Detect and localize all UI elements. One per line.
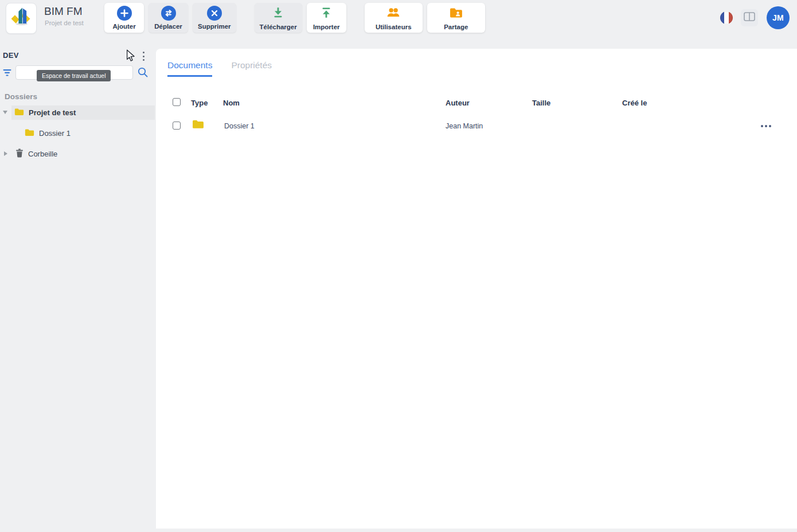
- delete-button-label: Supprimer: [198, 23, 231, 30]
- users-button-label: Utilisateurs: [376, 24, 412, 30]
- app-logo: [6, 3, 37, 34]
- column-header-auteur[interactable]: Auteur: [446, 99, 470, 107]
- plus-circle-icon: [117, 6, 132, 21]
- folder-tree: Projet de test Dossier 1: [0, 105, 156, 167]
- bim-fm-logo-icon: [9, 5, 34, 32]
- tab-bar: Documents Propriétés: [167, 60, 272, 77]
- download-button[interactable]: Télécharger: [255, 3, 302, 33]
- app-subtitle: Projet de test: [45, 19, 84, 26]
- cell-auteur: Jean Martin: [446, 122, 483, 130]
- column-header-type[interactable]: Type: [191, 99, 208, 107]
- upload-icon: [319, 6, 333, 21]
- tab-proprietes[interactable]: Propriétés: [231, 60, 272, 77]
- move-button-label: Déplacer: [154, 23, 182, 30]
- folder-icon: [25, 128, 34, 139]
- search-icon[interactable]: [137, 66, 149, 80]
- delete-button[interactable]: Supprimer: [193, 3, 236, 33]
- workspace-name: DEV: [3, 51, 19, 60]
- folders-section-title: Dossiers: [5, 92, 37, 101]
- tab-documents[interactable]: Documents: [167, 60, 212, 77]
- row-checkbox[interactable]: [173, 122, 181, 130]
- tree-item-body[interactable]: Projet de test: [11, 105, 155, 120]
- row-actions-menu-button[interactable]: [761, 125, 771, 127]
- add-button-label: Ajouter: [112, 23, 135, 30]
- shared-folder-icon: [449, 6, 463, 21]
- app-window: BIM FM Projet de test Ajouter Déplacer: [0, 0, 797, 532]
- share-button-label: Partage: [444, 24, 468, 30]
- app-title: BIM FM: [44, 5, 83, 18]
- close-circle-icon: [207, 6, 222, 21]
- download-button-label: Télécharger: [260, 24, 297, 30]
- column-header-nom[interactable]: Nom: [223, 99, 240, 107]
- users-button[interactable]: Utilisateurs: [365, 3, 423, 33]
- split-view-button[interactable]: [741, 9, 758, 26]
- main-panel: Documents Propriétés Type Nom Auteur Tai…: [156, 49, 797, 529]
- workspace-tooltip: Espace de travail actuel: [37, 70, 111, 81]
- trash-icon: [15, 148, 24, 160]
- column-header-cree-le[interactable]: Créé le: [622, 99, 647, 107]
- move-button[interactable]: Déplacer: [149, 3, 188, 33]
- tree-item-dossier-1: Dossier 1: [0, 126, 156, 140]
- tree-item-label: Corbeille: [28, 150, 57, 158]
- import-button-label: Importer: [313, 24, 340, 30]
- language-flag-icon[interactable]: [720, 11, 733, 24]
- user-avatar[interactable]: JM: [767, 6, 790, 29]
- select-all-checkbox[interactable]: [173, 98, 181, 106]
- folder-icon: [192, 119, 204, 131]
- tree-item-body[interactable]: Corbeille: [11, 147, 155, 161]
- add-button[interactable]: Ajouter: [104, 3, 144, 33]
- sidebar-menu-button[interactable]: [140, 51, 147, 61]
- cell-nom[interactable]: Dossier 1: [224, 122, 255, 130]
- filter-icon[interactable]: [2, 69, 12, 79]
- split-panel-icon: [744, 12, 755, 24]
- sidebar: DEV Espace de travail actuel Dossiers: [0, 49, 156, 532]
- tree-item-body[interactable]: Dossier 1: [11, 126, 155, 140]
- toolbar: Ajouter Déplacer Supprimer: [104, 3, 485, 33]
- tree-item-corbeille: Corbeille: [0, 147, 156, 161]
- users-icon: [386, 6, 401, 21]
- tree-item-label: Dossier 1: [39, 129, 71, 138]
- chevron-right-icon[interactable]: [4, 151, 7, 156]
- import-button[interactable]: Importer: [307, 3, 346, 33]
- tree-item-projet-de-test: Projet de test: [0, 105, 156, 120]
- transfer-arrows-icon: [161, 6, 176, 21]
- download-icon: [271, 6, 285, 21]
- column-header-taille[interactable]: Taille: [532, 99, 550, 107]
- folder-icon: [14, 108, 24, 118]
- chevron-down-icon[interactable]: [3, 111, 7, 114]
- share-button[interactable]: Partage: [427, 3, 485, 33]
- tree-item-label: Projet de test: [29, 108, 76, 117]
